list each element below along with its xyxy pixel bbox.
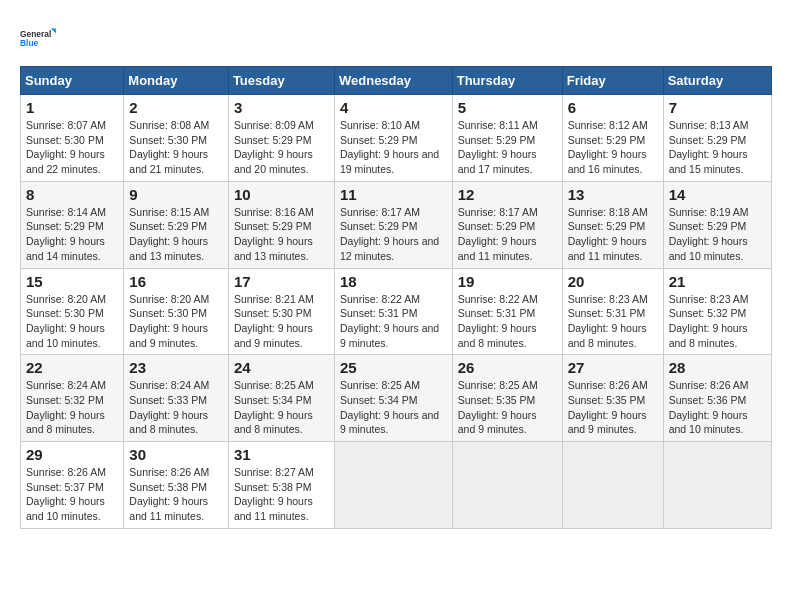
day-number: 12 bbox=[458, 186, 557, 203]
day-info: Sunrise: 8:09 AMSunset: 5:29 PMDaylight:… bbox=[234, 118, 329, 177]
day-info: Sunrise: 8:19 AMSunset: 5:29 PMDaylight:… bbox=[669, 205, 766, 264]
day-number: 27 bbox=[568, 359, 658, 376]
calendar-cell: 26Sunrise: 8:25 AMSunset: 5:35 PMDayligh… bbox=[452, 355, 562, 442]
day-header-sunday: Sunday bbox=[21, 67, 124, 95]
day-number: 19 bbox=[458, 273, 557, 290]
day-number: 7 bbox=[669, 99, 766, 116]
day-number: 17 bbox=[234, 273, 329, 290]
day-info: Sunrise: 8:15 AMSunset: 5:29 PMDaylight:… bbox=[129, 205, 223, 264]
day-info: Sunrise: 8:24 AMSunset: 5:33 PMDaylight:… bbox=[129, 378, 223, 437]
day-info: Sunrise: 8:25 AMSunset: 5:35 PMDaylight:… bbox=[458, 378, 557, 437]
day-number: 6 bbox=[568, 99, 658, 116]
calendar-week-row: 29Sunrise: 8:26 AMSunset: 5:37 PMDayligh… bbox=[21, 442, 772, 529]
calendar-cell: 6Sunrise: 8:12 AMSunset: 5:29 PMDaylight… bbox=[562, 95, 663, 182]
calendar-cell: 9Sunrise: 8:15 AMSunset: 5:29 PMDaylight… bbox=[124, 181, 229, 268]
day-number: 11 bbox=[340, 186, 447, 203]
logo: General Blue bbox=[20, 20, 56, 56]
calendar-cell: 11Sunrise: 8:17 AMSunset: 5:29 PMDayligh… bbox=[334, 181, 452, 268]
day-header-monday: Monday bbox=[124, 67, 229, 95]
calendar-cell bbox=[562, 442, 663, 529]
calendar-cell bbox=[452, 442, 562, 529]
day-info: Sunrise: 8:07 AMSunset: 5:30 PMDaylight:… bbox=[26, 118, 118, 177]
day-info: Sunrise: 8:10 AMSunset: 5:29 PMDaylight:… bbox=[340, 118, 447, 177]
day-number: 16 bbox=[129, 273, 223, 290]
calendar-cell: 4Sunrise: 8:10 AMSunset: 5:29 PMDaylight… bbox=[334, 95, 452, 182]
day-number: 5 bbox=[458, 99, 557, 116]
day-info: Sunrise: 8:26 AMSunset: 5:38 PMDaylight:… bbox=[129, 465, 223, 524]
day-number: 22 bbox=[26, 359, 118, 376]
calendar-cell: 17Sunrise: 8:21 AMSunset: 5:30 PMDayligh… bbox=[228, 268, 334, 355]
calendar-cell: 28Sunrise: 8:26 AMSunset: 5:36 PMDayligh… bbox=[663, 355, 771, 442]
day-info: Sunrise: 8:14 AMSunset: 5:29 PMDaylight:… bbox=[26, 205, 118, 264]
calendar-cell: 7Sunrise: 8:13 AMSunset: 5:29 PMDaylight… bbox=[663, 95, 771, 182]
day-header-tuesday: Tuesday bbox=[228, 67, 334, 95]
day-number: 21 bbox=[669, 273, 766, 290]
calendar-cell: 16Sunrise: 8:20 AMSunset: 5:30 PMDayligh… bbox=[124, 268, 229, 355]
calendar-week-row: 1Sunrise: 8:07 AMSunset: 5:30 PMDaylight… bbox=[21, 95, 772, 182]
day-info: Sunrise: 8:08 AMSunset: 5:30 PMDaylight:… bbox=[129, 118, 223, 177]
day-info: Sunrise: 8:22 AMSunset: 5:31 PMDaylight:… bbox=[340, 292, 447, 351]
day-number: 25 bbox=[340, 359, 447, 376]
day-info: Sunrise: 8:18 AMSunset: 5:29 PMDaylight:… bbox=[568, 205, 658, 264]
svg-text:Blue: Blue bbox=[20, 38, 39, 48]
day-info: Sunrise: 8:22 AMSunset: 5:31 PMDaylight:… bbox=[458, 292, 557, 351]
calendar-cell bbox=[663, 442, 771, 529]
day-number: 28 bbox=[669, 359, 766, 376]
day-info: Sunrise: 8:11 AMSunset: 5:29 PMDaylight:… bbox=[458, 118, 557, 177]
day-number: 13 bbox=[568, 186, 658, 203]
day-header-saturday: Saturday bbox=[663, 67, 771, 95]
day-number: 29 bbox=[26, 446, 118, 463]
calendar-cell: 1Sunrise: 8:07 AMSunset: 5:30 PMDaylight… bbox=[21, 95, 124, 182]
calendar-cell: 31Sunrise: 8:27 AMSunset: 5:38 PMDayligh… bbox=[228, 442, 334, 529]
day-info: Sunrise: 8:26 AMSunset: 5:36 PMDaylight:… bbox=[669, 378, 766, 437]
day-number: 31 bbox=[234, 446, 329, 463]
calendar-cell: 27Sunrise: 8:26 AMSunset: 5:35 PMDayligh… bbox=[562, 355, 663, 442]
day-header-friday: Friday bbox=[562, 67, 663, 95]
calendar-cell: 25Sunrise: 8:25 AMSunset: 5:34 PMDayligh… bbox=[334, 355, 452, 442]
day-info: Sunrise: 8:23 AMSunset: 5:32 PMDaylight:… bbox=[669, 292, 766, 351]
page-header: General Blue bbox=[20, 20, 772, 56]
calendar-cell: 22Sunrise: 8:24 AMSunset: 5:32 PMDayligh… bbox=[21, 355, 124, 442]
day-header-wednesday: Wednesday bbox=[334, 67, 452, 95]
day-number: 30 bbox=[129, 446, 223, 463]
calendar-week-row: 22Sunrise: 8:24 AMSunset: 5:32 PMDayligh… bbox=[21, 355, 772, 442]
calendar-cell: 8Sunrise: 8:14 AMSunset: 5:29 PMDaylight… bbox=[21, 181, 124, 268]
day-number: 4 bbox=[340, 99, 447, 116]
day-info: Sunrise: 8:25 AMSunset: 5:34 PMDaylight:… bbox=[234, 378, 329, 437]
day-info: Sunrise: 8:16 AMSunset: 5:29 PMDaylight:… bbox=[234, 205, 329, 264]
day-header-thursday: Thursday bbox=[452, 67, 562, 95]
day-info: Sunrise: 8:26 AMSunset: 5:37 PMDaylight:… bbox=[26, 465, 118, 524]
day-info: Sunrise: 8:13 AMSunset: 5:29 PMDaylight:… bbox=[669, 118, 766, 177]
calendar-table: SundayMondayTuesdayWednesdayThursdayFrid… bbox=[20, 66, 772, 529]
calendar-cell: 30Sunrise: 8:26 AMSunset: 5:38 PMDayligh… bbox=[124, 442, 229, 529]
day-info: Sunrise: 8:21 AMSunset: 5:30 PMDaylight:… bbox=[234, 292, 329, 351]
svg-marker-3 bbox=[51, 28, 56, 33]
day-info: Sunrise: 8:17 AMSunset: 5:29 PMDaylight:… bbox=[340, 205, 447, 264]
calendar-cell bbox=[334, 442, 452, 529]
day-number: 8 bbox=[26, 186, 118, 203]
calendar-cell: 15Sunrise: 8:20 AMSunset: 5:30 PMDayligh… bbox=[21, 268, 124, 355]
calendar-header-row: SundayMondayTuesdayWednesdayThursdayFrid… bbox=[21, 67, 772, 95]
calendar-cell: 10Sunrise: 8:16 AMSunset: 5:29 PMDayligh… bbox=[228, 181, 334, 268]
calendar-cell: 5Sunrise: 8:11 AMSunset: 5:29 PMDaylight… bbox=[452, 95, 562, 182]
day-number: 24 bbox=[234, 359, 329, 376]
calendar-cell: 13Sunrise: 8:18 AMSunset: 5:29 PMDayligh… bbox=[562, 181, 663, 268]
day-number: 1 bbox=[26, 99, 118, 116]
day-number: 10 bbox=[234, 186, 329, 203]
day-number: 2 bbox=[129, 99, 223, 116]
day-number: 26 bbox=[458, 359, 557, 376]
logo-svg: General Blue bbox=[20, 20, 56, 56]
day-info: Sunrise: 8:20 AMSunset: 5:30 PMDaylight:… bbox=[129, 292, 223, 351]
calendar-cell: 23Sunrise: 8:24 AMSunset: 5:33 PMDayligh… bbox=[124, 355, 229, 442]
day-number: 14 bbox=[669, 186, 766, 203]
calendar-cell: 20Sunrise: 8:23 AMSunset: 5:31 PMDayligh… bbox=[562, 268, 663, 355]
day-number: 18 bbox=[340, 273, 447, 290]
day-number: 3 bbox=[234, 99, 329, 116]
svg-text:General: General bbox=[20, 29, 51, 39]
calendar-cell: 21Sunrise: 8:23 AMSunset: 5:32 PMDayligh… bbox=[663, 268, 771, 355]
day-info: Sunrise: 8:25 AMSunset: 5:34 PMDaylight:… bbox=[340, 378, 447, 437]
day-info: Sunrise: 8:26 AMSunset: 5:35 PMDaylight:… bbox=[568, 378, 658, 437]
calendar-cell: 19Sunrise: 8:22 AMSunset: 5:31 PMDayligh… bbox=[452, 268, 562, 355]
day-info: Sunrise: 8:12 AMSunset: 5:29 PMDaylight:… bbox=[568, 118, 658, 177]
calendar-cell: 24Sunrise: 8:25 AMSunset: 5:34 PMDayligh… bbox=[228, 355, 334, 442]
